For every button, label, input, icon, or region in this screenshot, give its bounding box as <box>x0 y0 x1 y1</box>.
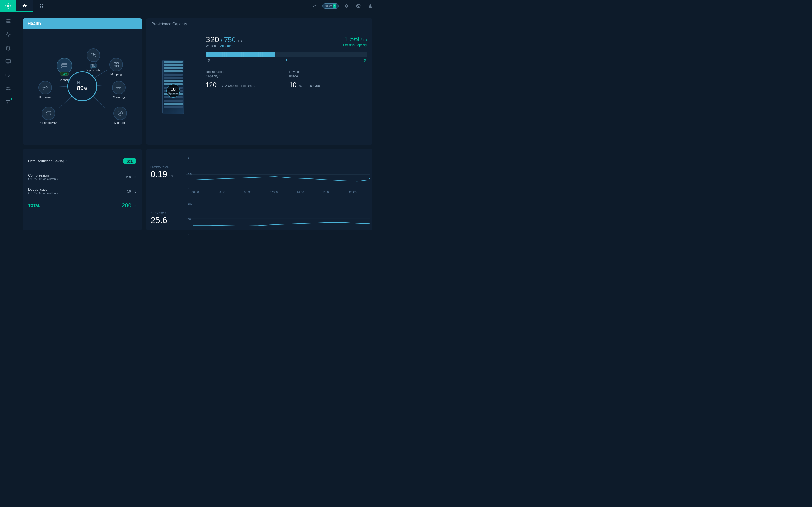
migration-node[interactable]: Migration <box>113 107 127 124</box>
top-nav: ⚠ NEW + <box>0 0 379 12</box>
hardware-node-label: Hardware <box>39 96 52 99</box>
globe-icon-btn[interactable] <box>354 2 363 10</box>
tip-badge: Tip <box>90 64 97 68</box>
tower-slot <box>164 106 183 108</box>
mirroring-node-label: Mirroring <box>113 96 124 99</box>
dedup-row: Deduplication ( 75 % Out of Written ) 50… <box>28 184 137 198</box>
iops-label: IOPS <box>151 211 157 214</box>
health-title: Health <box>28 21 41 26</box>
dedup-label: Deduplication <box>28 187 58 191</box>
reclaimable-title: ReclaimableCapacity ℹ <box>206 70 284 78</box>
data-reduction-label-area: Data Reduction Saving ℹ <box>28 159 68 163</box>
connectivity-node[interactable]: Connectivity <box>40 107 57 124</box>
nav-tab-grid[interactable] <box>33 0 50 12</box>
written-label: Written <box>206 44 216 48</box>
svg-text:04:00: 04:00 <box>218 191 225 194</box>
capacity-panel-body: 10 Systems 320 / 750 <box>146 30 372 144</box>
svg-rect-30 <box>114 65 116 66</box>
svg-text:00:00: 00:00 <box>349 191 356 194</box>
total-label: TOTAL <box>28 203 40 208</box>
top-row: Health <box>23 18 372 145</box>
iops-chart: 100 50 0 00:00 04:00 08:00 12:00 16:00 <box>184 195 372 237</box>
svg-point-35 <box>45 87 46 88</box>
effective-label: Effective Capacity <box>343 43 367 47</box>
migration-node-label: Migration <box>114 121 126 124</box>
tb-unit: TB <box>237 39 242 43</box>
svg-text:0: 0 <box>188 186 189 189</box>
iops-name: IOPS (total) <box>151 211 180 215</box>
settings-icon-btn[interactable] <box>342 2 351 10</box>
nav-tab-home[interactable] <box>16 0 33 12</box>
snapshots-node[interactable]: Tip Snapshots <box>86 48 100 72</box>
svg-text:00:00: 00:00 <box>191 191 199 194</box>
effective-unit: TB <box>362 38 367 42</box>
physical-pct: 10 <box>289 81 297 89</box>
svg-rect-31 <box>117 65 118 66</box>
svg-rect-29 <box>117 62 118 64</box>
latency-value: 0.19 <box>151 170 167 178</box>
health-panel-header: Health <box>23 18 142 29</box>
mirroring-node[interactable]: Mirroring <box>112 81 125 99</box>
sidebar-item-monitor[interactable] <box>2 56 14 68</box>
capacity-title: Provisioned Capacity <box>152 22 187 26</box>
compression-label: Compression <box>28 173 58 177</box>
storage-tower: 10 Systems <box>162 60 184 114</box>
svg-text:16:00: 16:00 <box>297 191 304 194</box>
svg-rect-6 <box>6 20 7 20</box>
svg-text:1: 1 <box>188 156 189 159</box>
svg-marker-11 <box>6 46 10 48</box>
warning-icon-btn[interactable]: ⚠ <box>310 2 319 10</box>
allocated-value: 750 <box>224 36 236 44</box>
app-logo[interactable] <box>0 0 16 12</box>
reclaimable-unit: TB <box>219 84 223 88</box>
sidebar-item-layers[interactable] <box>2 42 14 54</box>
mapping-node[interactable]: Mapping <box>109 58 123 76</box>
latency-label-area: Latency (avg) 0.19 ms <box>146 149 184 195</box>
cap-labels: Written / Allocated <box>206 44 242 48</box>
hardware-node[interactable]: Hardware <box>39 81 52 99</box>
new-badge[interactable]: NEW + <box>322 3 339 9</box>
content: Health <box>16 12 379 237</box>
svg-point-4 <box>5 5 7 6</box>
storage-tower-area: 10 Systems <box>146 30 200 144</box>
iops-value: 25.6 <box>151 216 167 224</box>
total-row: TOTAL 200 TB <box>28 198 137 209</box>
user-icon-btn[interactable] <box>366 2 374 10</box>
cap-effective: 1,560 TB Effective Capacity <box>343 35 367 47</box>
cap-written-area: 320 / 750 TB Written / Allocated <box>206 35 242 48</box>
reclaimable-metric: ReclaimableCapacity ℹ 120 TB 2.4% Out of… <box>206 67 284 92</box>
health-center-label: Health <box>77 80 88 84</box>
sidebar-item-users[interactable] <box>2 83 14 95</box>
sidebar-item-management[interactable] <box>2 96 14 108</box>
dedup-sub: ( 75 % Out of Written ) <box>28 191 58 195</box>
physical-unit: % <box>299 84 302 88</box>
data-reduction-info: ℹ <box>66 159 68 163</box>
health-panel: Health <box>23 18 142 145</box>
sidebar-item-migration[interactable] <box>2 69 14 81</box>
latency-sub: (avg) <box>162 165 169 168</box>
sidebar-item-analytics[interactable] <box>2 29 14 41</box>
svg-line-21 <box>96 85 107 86</box>
tower-slot <box>164 103 183 105</box>
tower-slot <box>164 77 183 79</box>
effective-value: 1,560 <box>344 35 362 43</box>
data-reduction-header-row: Data Reduction Saving ℹ 6:1 <box>28 154 137 168</box>
progress-section: ◎ ● ◎ <box>206 52 367 62</box>
dedup-label-area: Deduplication ( 75 % Out of Written ) <box>28 187 58 195</box>
svg-point-1 <box>8 3 9 4</box>
tower-badge: 10 Systems <box>166 84 180 98</box>
compression-sub: ( 90 % Out of Written ) <box>28 177 58 181</box>
svg-point-2 <box>10 5 11 6</box>
compression-value: 150 TB <box>125 174 137 180</box>
tower-slot <box>164 80 183 82</box>
latency-unit: ms <box>168 174 173 178</box>
dedup-value: 50 TB <box>127 188 137 194</box>
sidebar-item-storage[interactable] <box>2 15 14 27</box>
health-center-value: 89 <box>77 84 84 92</box>
reclaimable-value: 120 <box>206 81 216 89</box>
top-icons: ⚠ NEW + <box>310 2 379 10</box>
svg-rect-12 <box>6 60 10 63</box>
allocated-label: Allocated <box>220 44 233 48</box>
latency-svg: 1 0.5 0 00:00 04:00 08:00 12:00 16:00 20… <box>186 151 370 195</box>
capacity-panel-header: Provisioned Capacity <box>146 18 372 30</box>
